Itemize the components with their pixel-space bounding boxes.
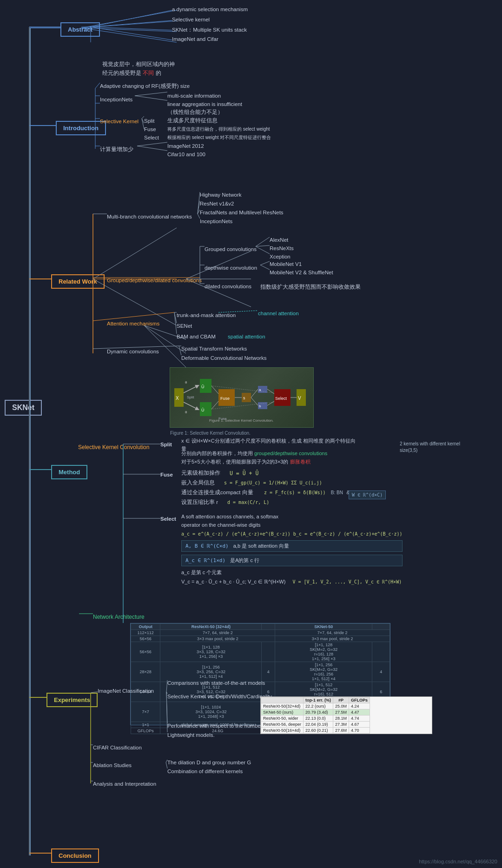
related-depthwise: depthwise convolution — [205, 265, 257, 271]
section-experiments: Experiments — [46, 693, 98, 707]
exp-ablation: Ablation Studies — [93, 762, 132, 768]
method-fuse-3-bn: B: BN — [331, 490, 343, 495]
svg-line-76 — [211, 386, 218, 394]
related-dilated-desc: 指数级扩大感受野范围而不影响收敛效果 — [260, 284, 361, 291]
exp-dilation: The dilation D and group number G — [167, 760, 251, 765]
intro-linear: linear aggregation is insufficient — [167, 101, 242, 107]
svg-text:b: b — [259, 404, 261, 408]
method-w-matrix: W ∈ ℝ^(d×C) — [349, 490, 386, 499]
svg-line-21 — [91, 10, 172, 27]
svg-text:Select: Select — [275, 396, 287, 401]
method-select-5: V_c = a_c · Ũ_c + b_c · Û_c; V_c ∈ ℝ^(H×… — [181, 579, 285, 585]
section-conclusion: Conclusion — [51, 848, 99, 863]
exp-combination: Combination of different kernels — [167, 769, 243, 774]
svg-line-52 — [256, 245, 270, 246]
svg-text:θ: θ — [185, 410, 187, 414]
svg-text:X: X — [176, 396, 179, 401]
intro-chinese-1: 视觉皮层中，相同区域内的神 — [102, 60, 175, 68]
svg-line-24 — [91, 27, 172, 40]
svg-line-51 — [256, 237, 270, 246]
svg-line-56 — [93, 312, 174, 321]
svg-line-91 — [267, 389, 274, 394]
method-fuse-3-eq: z = F_fc(s) = δ(B(Ws)) — [264, 490, 325, 495]
related-channel-att: channel attention — [258, 311, 299, 316]
abstract-item-3: SKNet：Multiple SK units stack — [172, 27, 247, 33]
intro-compute: 计算量增加少 — [100, 146, 133, 153]
method-fuse-2-eq: s = F_gp(U_c) = 1/(H×W) ΣΣ U_c(i,j) — [224, 480, 322, 485]
svg-line-14 — [93, 279, 177, 325]
method-fuse-label: Fuse — [160, 472, 173, 477]
abstract-item-4: ImageNet and Cifar — [172, 36, 218, 42]
method-fuse-4: 设置压缩比率 r — [181, 499, 218, 506]
method-select-5b: V = [V_1, V_2, ..., V_C], V_c ∈ ℝ^(H×W) — [292, 579, 402, 584]
related-bam-cbam: BAM and CBAM — [177, 334, 216, 339]
results-table: top-1 err. (%) #P GFLOPs ResNeXt-50(32×4… — [260, 696, 432, 734]
svg-line-66 — [184, 386, 198, 393]
intro-chinese-2c: 的 — [156, 70, 161, 76]
watermark: https://blog.csdn.net/qq_44666320 — [419, 859, 497, 864]
center-node: SKNet — [5, 400, 42, 416]
method-sk-conv: Selective Kernel Convolution — [78, 444, 149, 451]
svg-line-20 — [144, 325, 186, 367]
method-kernels-note: 2 kernels with different kernel size(3,5… — [400, 441, 460, 454]
related-attention: Attention mechanisms — [107, 321, 159, 326]
related-alexnet: AlexNet — [270, 237, 288, 243]
svg-line-85 — [251, 389, 258, 398]
section-abstract: Abstract — [60, 22, 100, 37]
intro-multiscale: multi-scale information — [167, 93, 221, 99]
intro-select-desc: 根据相应的 select weight 对不同尺度特征进行整合 — [167, 134, 271, 141]
svg-line-39 — [137, 146, 167, 151]
section-method: Method — [51, 465, 87, 479]
method-split-2: 分别由内部的卷积操作，均使用 grouped/depthwise convolu… — [181, 450, 327, 457]
intro-chinese-2b: 不同 — [143, 70, 154, 76]
related-highway: Highway Network — [200, 192, 241, 198]
related-grouped-conv: Grouped convolutions — [205, 246, 257, 252]
exp-compare: Comparisons with state-of-the-art models — [167, 680, 265, 686]
method-select-1: A soft attention across channels, a soft… — [181, 514, 403, 519]
method-select-3b: 是A的第 c 行 — [230, 557, 259, 564]
method-select-1b: operator on the channel-wise digits — [181, 522, 403, 528]
abstract-item-2: Selective kernel — [172, 17, 210, 22]
sk-figure-caption: Figure 1: Selective Kernel Convolution. — [170, 431, 251, 436]
svg-line-33 — [135, 92, 167, 96]
exp-lightweight: Lightweight models. — [167, 732, 215, 738]
related-inception: InceptionNets — [200, 219, 232, 224]
svg-text:Fuse: Fuse — [218, 417, 227, 421]
exp-cifar: CIFAR Classification — [93, 745, 142, 750]
intro-adaptive: Adaptive changing of RF(感受野) size — [100, 83, 190, 90]
svg-line-92 — [267, 401, 274, 405]
intro-fuse-desc: 将多尺度信息进行融合，得到相应的 select weight — [167, 126, 270, 133]
svg-text:Û: Û — [201, 408, 205, 412]
svg-line-23 — [91, 27, 172, 30]
section-introduction: Introduction — [56, 121, 106, 135]
svg-text:s: s — [243, 396, 245, 400]
intro-select-label: Select — [144, 135, 163, 140]
related-mobilenetv2: MobileNet V2 & ShuffleNet — [270, 270, 333, 275]
intro-cifar: Cifar10 and 100 — [167, 152, 205, 157]
intro-chinese-2a: 经元的感受野是 — [102, 70, 141, 76]
exp-analysis: Analysis and Interpretation — [93, 781, 156, 787]
method-select-3a: A_c ∈ ℝ^(1×d) — [185, 557, 225, 563]
svg-line-53 — [256, 246, 270, 254]
svg-text:Ũ: Ũ — [201, 384, 205, 389]
svg-line-28 — [95, 83, 100, 88]
intro-imagenet2012: ImageNet 2012 — [167, 143, 204, 149]
related-dilated: dilated convolutions — [205, 284, 251, 289]
method-select-label: Select — [160, 516, 176, 522]
svg-line-12 — [93, 228, 177, 279]
svg-line-86 — [251, 398, 258, 405]
method-select-2a: A, B ∈ ℝ^(C×d) — [185, 543, 229, 549]
related-grouped: Grouped/depthwise/dilated convolutions — [107, 278, 202, 283]
method-select-4: a_c 是第 c 个元素 — [181, 569, 403, 576]
method-netarch-label: Network Architecture — [93, 614, 145, 620]
mindmap-container: SKNet Abstract a dynamic selection mecha… — [0, 0, 502, 868]
svg-line-67 — [184, 402, 198, 409]
svg-line-77 — [211, 401, 218, 409]
exp-imagenet: ImageNet Classification — [98, 688, 154, 694]
related-resnet: ResNet v1&v2 — [200, 201, 234, 206]
svg-line-34 — [135, 96, 167, 100]
related-mobilenetv1: MobileNet V1 — [270, 261, 302, 267]
related-deformable: Deformable Convolutional Networks — [181, 355, 266, 361]
svg-line-22 — [91, 20, 172, 27]
related-dynamic: Dynamic convolutions — [107, 349, 159, 354]
